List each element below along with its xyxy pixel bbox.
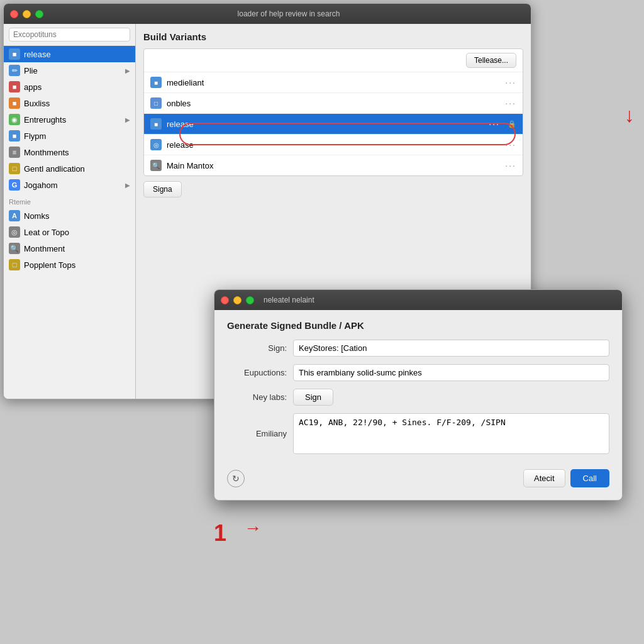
dialog-footer: ↻ Atecit Call: [227, 463, 609, 487]
emiliany-label: Emiliany: [227, 429, 287, 438]
sidebar-item-label: Monthments: [24, 148, 130, 157]
dialog-window: neleatel nelaint Generate Signed Bundle …: [214, 289, 623, 501]
dots-icon: ···: [505, 77, 516, 87]
sidebar-item-flypm[interactable]: ■ Flypm: [4, 128, 135, 144]
build-variants-list: Tellease... ■ medieliant ··· □ onbles ··…: [143, 48, 523, 176]
dots-icon: ···: [505, 98, 516, 108]
sign-row: Sign:: [227, 340, 609, 357]
apps-icon: ■: [9, 81, 20, 92]
sidebar-item-leat-or-topo[interactable]: ◎ Leat or Topo: [4, 224, 135, 240]
bv-label: Main Mantox: [167, 161, 500, 170]
bv-label: release: [167, 140, 500, 150]
tell-release-button[interactable]: Tellease...: [466, 53, 516, 68]
dots-icon: ···: [505, 160, 516, 170]
sidebar-item-gentlandlication[interactable]: □ Gentl andlication: [4, 160, 135, 177]
sidebar-item-jogahom[interactable]: G Jogahom ▶: [4, 177, 135, 193]
release-icon: ■: [9, 48, 20, 60]
emiliany-row: Emiliany AC19, ANB, 22!/90, + Sines. F/F…: [227, 413, 609, 454]
dialog-max-button[interactable]: [246, 296, 254, 304]
sidebar-item-entrerughts[interactable]: ◉ Entrerughts ▶: [4, 111, 135, 128]
bv-row-release-selected[interactable]: ■ release ··· 🔒: [144, 114, 523, 135]
bv-header-row: Tellease...: [144, 49, 523, 72]
sidebar-item-buxliss[interactable]: ■ Buxliss: [4, 95, 135, 111]
lock-icon: 🔒: [508, 120, 516, 128]
maximize-button[interactable]: [35, 10, 43, 18]
sidebar-item-label: Jogahom: [24, 180, 121, 190]
sidebar-item-monthment[interactable]: 🔍 Monthment: [4, 240, 135, 257]
sidebar-item-label: Popplent Tops: [24, 260, 130, 270]
eupuctions-row: Eupuctions:: [227, 364, 609, 381]
ney-labs-label: Ney labs:: [227, 392, 287, 402]
jogahom-icon: G: [9, 179, 20, 191]
flypm-icon: ■: [9, 130, 20, 142]
sidebar-search-container: [4, 24, 135, 46]
sidebar-item-nomks[interactable]: A Nomks: [4, 208, 135, 224]
dialog-close-button[interactable]: [221, 296, 229, 304]
sidebar-item-release[interactable]: ■ release: [4, 46, 135, 62]
main-titlebar: loader of help review in search: [4, 4, 531, 24]
dialog-question-button[interactable]: [233, 296, 242, 304]
dialog-footer-left: ↻: [227, 470, 245, 487]
cancel-button[interactable]: Atecit: [523, 469, 565, 487]
window-title: loader of help review in search: [53, 9, 525, 18]
sidebar-item-plie[interactable]: ✏ Plie ▶: [4, 62, 135, 79]
dialog-body: Generate Signed Bundle / APK Sign: Eupuc…: [214, 310, 622, 500]
gentl-icon: □: [9, 163, 20, 174]
call-button[interactable]: Call: [570, 469, 609, 487]
dialog-title: neleatel nelaint: [264, 296, 314, 304]
leat-icon: ◎: [9, 226, 20, 238]
sidebar-item-label: Gentl andlication: [24, 164, 130, 174]
bv-row-medieliant[interactable]: ■ medieliant ···: [144, 72, 523, 93]
bv-label: release: [167, 119, 484, 129]
annotation-arrow: →: [244, 518, 262, 538]
popplent-icon: □: [9, 259, 20, 270]
close-button[interactable]: [10, 10, 18, 18]
sidebar-item-monthments[interactable]: ≡ Monthments: [4, 144, 135, 160]
bv-label: onbles: [167, 99, 500, 108]
chevron-icon: ▶: [125, 67, 130, 74]
monthments-icon: ≡: [9, 147, 20, 158]
sidebar-item-label: release: [24, 50, 130, 59]
eupuctions-input[interactable]: [293, 364, 609, 381]
down-arrow-annotation: ↓: [625, 104, 635, 127]
bv-row-release2[interactable]: ◎ release ···: [144, 135, 523, 155]
chevron-icon: ▶: [125, 182, 130, 189]
refresh-icon[interactable]: ↻: [227, 470, 245, 487]
sidebar-item-label: Buxliss: [24, 99, 130, 108]
sidebar-item-label: Flypm: [24, 131, 130, 141]
bv-label: medieliant: [167, 78, 500, 87]
sidebar-item-label: Monthment: [24, 244, 130, 253]
emiliany-textarea[interactable]: AC19, ANB, 22!/90, + Sines. F/F-209, /SI…: [293, 413, 609, 454]
dialog-section-title: Generate Signed Bundle / APK: [227, 320, 609, 331]
build-variants-title: Build Variants: [143, 31, 523, 42]
sign-input[interactable]: [293, 340, 609, 357]
minimize-button[interactable]: [23, 10, 31, 18]
medieliant-icon: ■: [150, 77, 162, 88]
dialog-titlebar: neleatel nelaint: [214, 290, 622, 310]
sidebar-section-label: Rtemie: [4, 193, 135, 208]
sidebar-item-apps[interactable]: ■ apps: [4, 79, 135, 95]
nomks-icon: A: [9, 210, 20, 221]
bottom-bar: Signa: [143, 181, 523, 197]
release-row-icon: ■: [150, 118, 162, 130]
sidebar: ■ release ✏ Plie ▶ ■ apps ■ Buxliss ◉ En…: [4, 24, 136, 399]
onbles-icon: □: [150, 97, 162, 109]
search-input[interactable]: [9, 28, 130, 42]
annotation-number-1: 1: [214, 520, 226, 547]
monthment-icon: 🔍: [9, 243, 20, 254]
sidebar-item-label: apps: [24, 82, 130, 92]
sign-button[interactable]: Signa: [143, 181, 182, 197]
bv-row-onbles[interactable]: □ onbles ···: [144, 93, 523, 114]
chevron-icon: ▶: [125, 116, 130, 123]
bv-row-main-mantox[interactable]: 🔍 Main Mantox ···: [144, 155, 523, 175]
buxliss-icon: ■: [9, 97, 20, 109]
sidebar-item-label: Entrerughts: [24, 115, 121, 125]
sidebar-item-popplent-tops[interactable]: □ Popplent Tops: [4, 257, 135, 273]
dots-icon: ···: [489, 119, 500, 129]
plie-icon: ✏: [9, 65, 20, 76]
sign-label: Sign:: [227, 343, 287, 353]
sign-inline-button[interactable]: Sign: [293, 389, 333, 406]
entrerughts-icon: ◉: [9, 114, 20, 125]
main-mantox-icon: 🔍: [150, 160, 162, 171]
sidebar-item-label: Nomks: [24, 211, 130, 221]
